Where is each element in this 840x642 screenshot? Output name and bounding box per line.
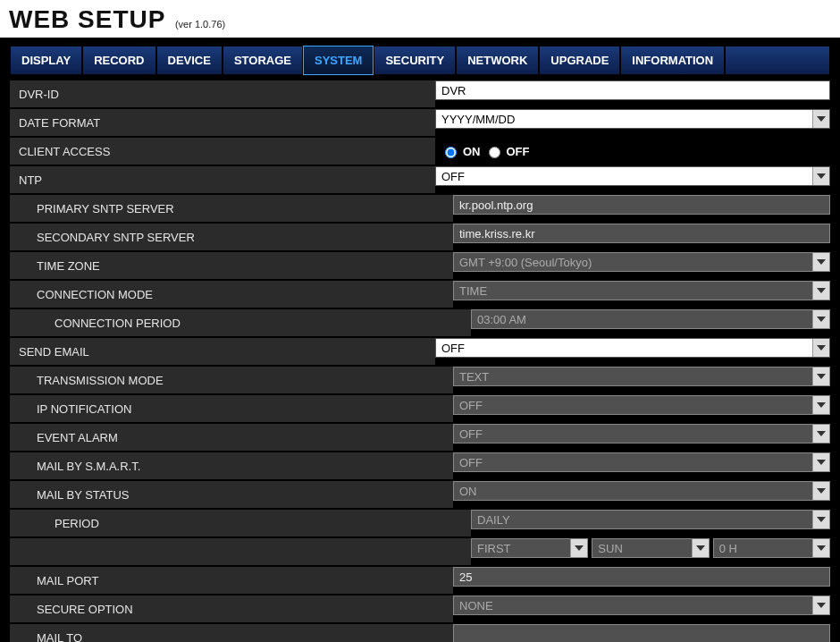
tab-display[interactable]: DISPLAY (10, 46, 82, 75)
client-access-off-radio[interactable] (489, 147, 500, 158)
mail-status-value: ON (459, 485, 477, 498)
connection-period-select[interactable]: 03:00 AM (471, 309, 830, 329)
event-alarm-select[interactable]: OFF (453, 424, 830, 443)
period-day-value: SUN (598, 542, 622, 555)
date-format-select[interactable]: YYYY/MM/DD (435, 109, 830, 129)
mail-status-select[interactable]: ON (453, 481, 830, 501)
date-format-label: DATE FORMAT (10, 109, 435, 136)
time-zone-label: TIME ZONE (10, 252, 453, 279)
version-label: (ver 1.0.76) (175, 19, 225, 30)
off-label: OFF (507, 145, 530, 158)
title-bar: WEB SETUP (ver 1.0.76) (0, 0, 840, 38)
client-access-label: CLIENT ACCESS (10, 138, 435, 165)
mail-smart-label: MAIL BY S.M.A.R.T. (10, 452, 453, 479)
chevron-down-icon (812, 396, 829, 414)
mail-smart-value: OFF (459, 456, 483, 469)
transmission-mode-label: TRANSMISSION MODE (10, 367, 453, 393)
chevron-down-icon (812, 425, 829, 443)
ntp-value: OFF (441, 170, 465, 183)
tab-bar: DISPLAY RECORD DEVICE STORAGE SYSTEM SEC… (10, 46, 830, 75)
connection-period-label: CONNECTION PERIOD (10, 309, 471, 336)
dvr-id-label: DVR-ID (10, 80, 435, 107)
send-email-label: SEND EMAIL (10, 338, 435, 365)
event-alarm-value: OFF (459, 427, 483, 441)
chevron-down-icon (812, 453, 829, 471)
tab-record[interactable]: RECORD (82, 46, 155, 75)
mail-port-label: MAIL PORT (10, 567, 453, 594)
ip-notification-select[interactable]: OFF (453, 395, 830, 415)
period-first-value: FIRST (477, 542, 511, 555)
secondary-sntp-input[interactable] (453, 224, 830, 243)
mail-to-label: MAIL TO (10, 624, 453, 642)
chevron-down-icon (812, 511, 829, 528)
mail-status-label: MAIL BY STATUS (10, 481, 453, 508)
connection-mode-value: TIME (459, 284, 487, 298)
ip-notification-value: OFF (459, 399, 483, 412)
tab-upgrade[interactable]: UPGRADE (539, 46, 620, 75)
primary-sntp-input[interactable] (453, 195, 830, 215)
transmission-mode-select[interactable]: TEXT (453, 367, 830, 386)
mail-smart-select[interactable]: OFF (453, 452, 830, 472)
client-access-radios: ON OFF (435, 138, 830, 165)
chevron-down-icon (812, 339, 829, 357)
connection-mode-select[interactable]: TIME (453, 281, 830, 300)
chevron-down-icon (812, 596, 829, 614)
period-value: DAILY (477, 513, 510, 527)
time-zone-value: GMT +9:00 (Seoul/Tokyo) (459, 256, 592, 269)
tab-network[interactable]: NETWORK (456, 46, 539, 75)
chevron-down-icon (812, 310, 829, 328)
dvr-id-input[interactable] (435, 80, 830, 100)
tab-security[interactable]: SECURITY (374, 46, 456, 75)
tab-device[interactable]: DEVICE (156, 46, 223, 75)
period-hour-value: 0 H (719, 542, 737, 555)
mail-to-input[interactable] (453, 624, 830, 642)
secondary-sntp-label: SECONDARY SNTP SERVER (10, 224, 453, 250)
transmission-mode-value: TEXT (459, 370, 489, 384)
connection-period-value: 03:00 AM (477, 313, 526, 326)
period-label: PERIOD (10, 510, 471, 536)
chevron-down-icon (692, 539, 709, 557)
period-hour-select[interactable]: 0 H (713, 538, 830, 558)
event-alarm-label: EVENT ALARM (10, 424, 453, 451)
period-day-select[interactable]: SUN (592, 538, 709, 558)
tab-system[interactable]: SYSTEM (303, 46, 374, 75)
send-email-select[interactable]: OFF (435, 338, 830, 358)
page-title: WEB SETUP (9, 5, 165, 34)
tab-storage[interactable]: STORAGE (223, 46, 303, 75)
chevron-down-icon (812, 253, 829, 271)
form-body: DVR-ID DATE FORMAT YYYY/MM/DD CLIENT ACC… (10, 80, 830, 642)
settings-panel: DISPLAY RECORD DEVICE STORAGE SYSTEM SEC… (0, 38, 840, 642)
send-email-value: OFF (441, 342, 465, 355)
period-select[interactable]: DAILY (471, 510, 830, 529)
primary-sntp-label: PRIMARY SNTP SERVER (10, 195, 453, 222)
chevron-down-icon (812, 367, 829, 385)
client-access-on-radio[interactable] (445, 147, 457, 158)
chevron-down-icon (812, 539, 829, 557)
period-detail-label (10, 538, 471, 565)
chevron-down-icon (812, 110, 829, 128)
ntp-select[interactable]: OFF (435, 166, 830, 186)
tab-information[interactable]: INFORMATION (620, 46, 725, 75)
ntp-label: NTP (10, 166, 435, 193)
chevron-down-icon (570, 539, 587, 557)
period-first-select[interactable]: FIRST (471, 538, 588, 558)
secure-option-value: NONE (459, 599, 493, 612)
time-zone-select[interactable]: GMT +9:00 (Seoul/Tokyo) (453, 252, 830, 272)
tab-spacer (725, 46, 830, 75)
connection-mode-label: CONNECTION MODE (10, 281, 453, 308)
mail-port-input[interactable] (453, 567, 830, 587)
on-label: ON (463, 145, 481, 158)
chevron-down-icon (812, 167, 829, 185)
secure-option-label: SECURE OPTION (10, 596, 453, 622)
chevron-down-icon (812, 282, 829, 300)
ip-notification-label: IP NOTIFICATION (10, 395, 453, 422)
secure-option-select[interactable]: NONE (453, 596, 830, 615)
date-format-value: YYYY/MM/DD (441, 113, 515, 126)
chevron-down-icon (812, 482, 829, 500)
